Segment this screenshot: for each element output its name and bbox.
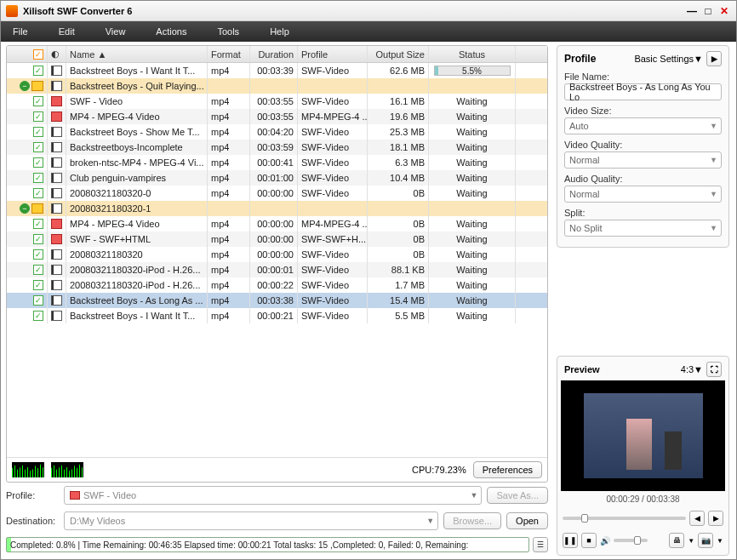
row-checkbox[interactable]: ✓ <box>33 173 43 183</box>
menu-edit[interactable]: Edit <box>59 26 75 37</box>
collapse-icon[interactable]: − <box>20 81 30 91</box>
table-row[interactable]: ✓Backstreetboys-Incompletemp400:03:59SWF… <box>7 140 547 155</box>
volume-icon[interactable]: 🔊 <box>600 536 610 546</box>
cell-dur: 00:00:41 <box>250 155 298 170</box>
name-column-header[interactable]: Name ▲ <box>66 46 208 62</box>
format-column-header[interactable]: Format <box>208 46 250 62</box>
row-checkbox[interactable]: ✓ <box>33 142 43 152</box>
cell-status <box>429 78 516 94</box>
videosize-select[interactable]: Auto▼ <box>564 117 722 134</box>
cell-fmt: mp4 <box>208 94 250 109</box>
cell-fmt: mp4 <box>208 262 250 277</box>
table-row[interactable]: ✓20080321180320-0mp400:00:00SWF-Video0BW… <box>7 186 547 201</box>
mark-out-icon[interactable]: ▶ <box>708 511 723 526</box>
file-type-icon <box>51 111 62 122</box>
size-column-header[interactable]: Output Size <box>368 46 429 62</box>
cell-status: Waiting <box>429 247 516 262</box>
split-select[interactable]: No Split▼ <box>564 220 722 237</box>
send-to-icon[interactable]: 🖶 <box>669 533 684 548</box>
aspect-ratio-select[interactable]: 4:3▼ <box>681 364 703 374</box>
cell-dur: 00:00:21 <box>250 308 298 323</box>
table-row[interactable]: ✓broken-ntsc-MP4 - MPEG-4 Vi...mp400:00:… <box>7 155 547 170</box>
basic-settings-dropdown[interactable]: Basic Settings▼ <box>634 54 703 64</box>
toggle-log-icon[interactable]: ☰ <box>533 537 548 552</box>
table-row[interactable]: ✓Club penguin-vampiresmp400:01:00SWF-Vid… <box>7 170 547 186</box>
preferences-button[interactable]: Preferences <box>473 461 542 478</box>
select-all-checkbox[interactable]: ✓ <box>33 49 43 60</box>
profile-select[interactable]: SWF - Video▼ <box>64 486 482 505</box>
browse-button[interactable]: Browse... <box>443 512 501 529</box>
table-row[interactable]: −Backstreet Boys - Quit Playing... <box>7 78 547 94</box>
destination-input[interactable]: D:\My Videos▼ <box>64 511 438 530</box>
row-checkbox[interactable]: ✓ <box>33 234 43 244</box>
row-checkbox[interactable]: ✓ <box>33 96 43 106</box>
fullscreen-icon[interactable]: ⛶ <box>706 362 722 377</box>
audioquality-select[interactable]: Normal▼ <box>564 186 722 203</box>
cell-size: 0B <box>368 247 429 262</box>
collapse-icon[interactable]: − <box>20 203 30 214</box>
cell-name: SWF - SWF+HTML <box>66 231 208 247</box>
row-checkbox[interactable]: ✓ <box>33 295 43 306</box>
status-column-header[interactable]: Status <box>429 46 516 62</box>
filename-input[interactable]: Backstreet Boys - As Long As You Lo <box>564 83 722 100</box>
table-row[interactable]: ✓MP4 - MPEG-4 Videomp400:00:00MP4-MPEG-4… <box>7 216 547 231</box>
menu-view[interactable]: View <box>106 26 126 37</box>
save-as-button[interactable]: Save As... <box>487 487 548 504</box>
table-row[interactable]: ✓Backstreet Boys - I Want It T...mp400:0… <box>7 63 547 78</box>
cell-name: Backstreet Boys - I Want It T... <box>66 63 208 78</box>
file-type-icon <box>51 311 62 321</box>
profile-column-header[interactable]: Profile <box>298 46 368 62</box>
stop-playback-icon[interactable]: ■ <box>581 533 597 548</box>
cell-name: SWF - Video <box>66 94 208 109</box>
expand-icon[interactable]: ▶ <box>706 51 722 66</box>
menu-actions[interactable]: Actions <box>156 26 186 37</box>
table-row[interactable]: ✓Backstreet Boys - As Long As ...mp400:0… <box>7 293 547 308</box>
menu-help[interactable]: Help <box>270 26 289 37</box>
destination-label: Destination: <box>6 516 59 526</box>
volume-slider[interactable] <box>614 539 648 542</box>
table-row[interactable]: ✓20080321180320-iPod - H.26...mp400:00:0… <box>7 262 547 277</box>
menu-file[interactable]: File <box>13 26 28 37</box>
play-pause-icon[interactable]: ❚❚ <box>563 533 578 548</box>
menu-tools[interactable]: Tools <box>217 26 239 37</box>
table-row[interactable]: −20080321180320-1 <box>7 201 547 216</box>
row-checkbox[interactable]: ✓ <box>33 127 43 137</box>
cell-fmt: mp4 <box>208 277 250 293</box>
table-row[interactable]: ✓MP4 - MPEG-4 Videomp400:03:55MP4-MPEG-4… <box>7 109 547 124</box>
cell-dur: 00:00:00 <box>250 231 298 247</box>
row-checkbox[interactable]: ✓ <box>33 188 43 198</box>
cell-fmt: mp4 <box>208 216 250 231</box>
window-title: Xilisoft SWF Converter 6 <box>23 6 683 16</box>
videoquality-select[interactable]: Normal▼ <box>564 151 722 169</box>
minimize-button[interactable]: — <box>685 4 699 18</box>
cell-name: Backstreet Boys - I Want It T... <box>66 308 208 323</box>
row-checkbox[interactable]: ✓ <box>33 111 43 122</box>
open-button[interactable]: Open <box>506 512 548 529</box>
seek-slider[interactable] <box>563 517 686 520</box>
row-checkbox[interactable]: ✓ <box>33 280 43 290</box>
cell-status: Waiting <box>429 109 516 124</box>
duration-column-header[interactable]: Duration <box>250 46 298 62</box>
snapshot-icon[interactable]: 📷 <box>698 533 713 548</box>
row-checkbox[interactable]: ✓ <box>33 265 43 275</box>
preview-video[interactable] <box>561 380 725 491</box>
table-row[interactable]: ✓Backstreet Boys - Show Me T...mp400:04:… <box>7 124 547 140</box>
cell-size <box>368 78 429 94</box>
table-row[interactable]: ✓20080321180320mp400:00:00SWF-Video0BWai… <box>7 247 547 262</box>
cell-fmt: mp4 <box>208 186 250 201</box>
cell-name: broken-ntsc-MP4 - MPEG-4 Vi... <box>66 155 208 170</box>
cell-size: 16.1 MB <box>368 94 429 109</box>
row-checkbox[interactable]: ✓ <box>33 157 43 168</box>
row-checkbox[interactable]: ✓ <box>33 219 43 229</box>
icon-column-header[interactable]: ◐ <box>48 46 66 62</box>
close-button[interactable]: ✕ <box>717 4 731 18</box>
maximize-button[interactable]: □ <box>701 4 715 18</box>
table-row[interactable]: ✓Backstreet Boys - I Want It T...mp400:0… <box>7 308 547 323</box>
row-checkbox[interactable]: ✓ <box>33 249 43 260</box>
table-row[interactable]: ✓SWF - Videomp400:03:55SWF-Video16.1 MBW… <box>7 94 547 109</box>
row-checkbox[interactable]: ✓ <box>33 311 43 321</box>
table-row[interactable]: ✓20080321180320-iPod - H.26...mp400:00:2… <box>7 277 547 293</box>
row-checkbox[interactable]: ✓ <box>33 66 43 76</box>
mark-in-icon[interactable]: ◀ <box>689 511 705 526</box>
table-row[interactable]: ✓SWF - SWF+HTMLmp400:00:00SWF-SWF+H...0B… <box>7 231 547 247</box>
